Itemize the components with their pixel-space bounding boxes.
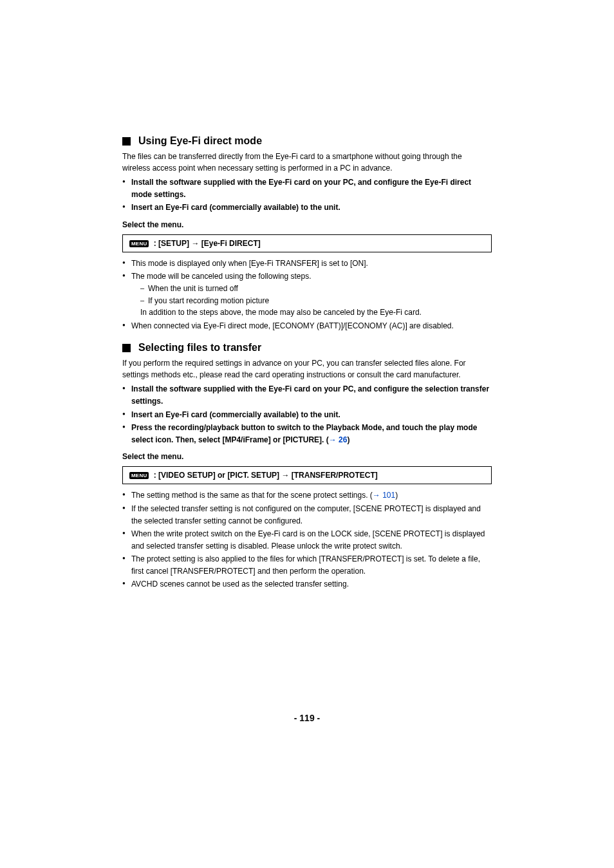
heading-text: Selecting files to transfer [138,342,261,354]
menu-path-box-1: MENU : [SETUP] → [Eye-Fi DIRECT] [122,234,492,252]
arrow-right-icon: → [329,435,337,444]
menu-badge-icon: MENU [129,472,149,479]
note-text: The mode will be canceled using the foll… [131,272,312,281]
list-item: When connected via Eye-Fi direct mode, [… [122,320,492,332]
heading-selecting-files: Selecting files to transfer [122,342,492,354]
list-item: If the selected transfer setting is not … [122,503,492,527]
note-text: ) [395,491,398,500]
sub-list: When the unit is turned off If you start… [140,283,492,319]
heading-text: Using Eye-Fi direct mode [138,135,262,147]
list-item: The mode will be canceled using the foll… [122,270,492,318]
arrow-right-icon: → [281,471,289,480]
heading-eyefi-direct: Using Eye-Fi direct mode [122,135,492,147]
note-text: The setting method is the same as that f… [131,491,373,500]
list-item: Install the software supplied with the E… [122,176,492,200]
square-bullet-icon [122,137,131,146]
page-link-101[interactable]: 101 [380,491,395,500]
intro-paragraph-1: The files can be transferred directly fr… [122,151,492,174]
arrow-right-icon: → [191,239,199,248]
select-menu-label: Select the menu. [122,220,492,229]
sub-item: In addition to the steps above, the mode… [140,307,492,319]
list-item: When the write protect switch on the Eye… [122,528,492,552]
intro-paragraph-2: If you perform the required settings in … [122,357,492,381]
menu-path-box-2: MENU : [VIDEO SETUP] or [PICT. SETUP] → … [122,466,492,484]
note-list-1: This mode is displayed only when [Eye-Fi… [122,258,492,332]
page-number: - 119 - [0,713,614,723]
item-text: ) [347,435,349,444]
list-item: The setting method is the same as that f… [122,489,492,502]
list-item: The protect setting is also applied to t… [122,553,492,577]
note-list-2: The setting method is the same as that f… [122,489,492,590]
sub-item: If you start recording motion picture [140,295,492,307]
list-item: This mode is displayed only when [Eye-Fi… [122,258,492,270]
page: Using Eye-Fi direct mode The files can b… [0,0,614,868]
requirement-list-2: Install the software supplied with the E… [122,383,492,446]
requirement-list-1: Install the software supplied with the E… [122,176,492,214]
menu-badge-icon: MENU [129,240,149,247]
page-link-26[interactable]: 26 [337,435,348,444]
select-menu-label: Select the menu. [122,452,492,461]
list-item: AVCHD scenes cannot be used as the selec… [122,578,492,590]
square-bullet-icon [122,344,131,352]
sub-item: When the unit is turned off [140,283,492,295]
menu-text: [TRANSFER/PROTECT] [289,471,377,480]
menu-text: [Eye-Fi DIRECT] [199,239,260,248]
list-item: Insert an Eye-Fi card (commercially avai… [122,202,492,214]
arrow-right-icon: → [373,491,380,500]
item-text: Press the recording/playback button to s… [131,423,477,444]
list-item: Insert an Eye-Fi card (commercially avai… [122,409,492,421]
menu-text: : [VIDEO SETUP] or [PICT. SETUP] [154,471,282,480]
menu-text: : [SETUP] [154,239,192,248]
list-item: Press the recording/playback button to s… [122,422,492,446]
list-item: Install the software supplied with the E… [122,383,492,407]
